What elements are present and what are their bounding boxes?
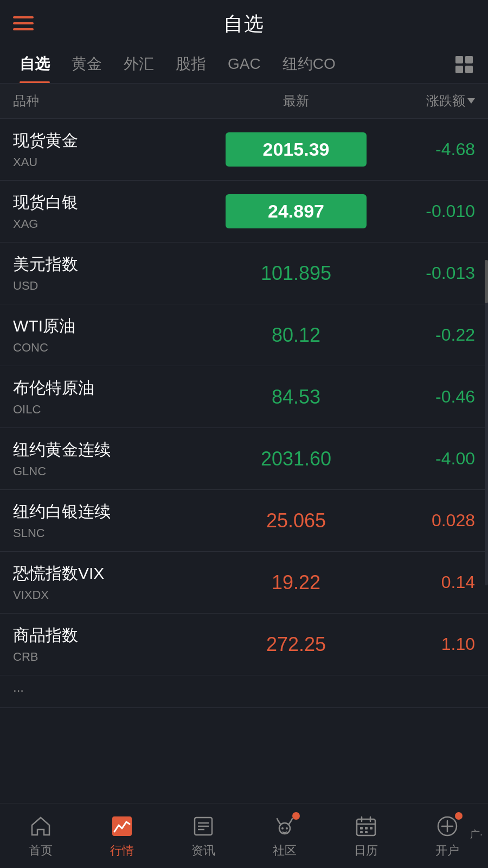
row-name-area: WTI原油 CONC — [13, 315, 226, 355]
row-name-en: XAU — [13, 155, 226, 169]
bottom-nav: 首页 行情 资讯 — [0, 803, 488, 868]
row-name-en: USD — [13, 279, 226, 293]
row-price: 2015.39 — [226, 132, 367, 167]
tab-guzhi[interactable]: 股指 — [165, 46, 217, 83]
table-row[interactable]: 现货白银 XAG 24.897 -0.010 — [0, 181, 488, 242]
row-name-cn: 现货黄金 — [13, 130, 226, 152]
row-change: -0.22 — [367, 325, 475, 345]
row-name-en: XAG — [13, 217, 226, 231]
row-change: -0.013 — [367, 263, 475, 283]
row-change: -4.68 — [367, 139, 475, 159]
row-name-en: CONC — [13, 341, 226, 355]
table-row[interactable]: 商品指数 CRB 272.25 1.10 — [0, 614, 488, 675]
row-name-cn: 布伦特原油 — [13, 377, 226, 399]
svg-rect-23 — [360, 831, 363, 833]
main-content: 自选 黄金 外汇 股指 GAC 纽约CO 品种 最新 涨跌额 — [0, 46, 488, 778]
row-name-area: 恐慌指数VIX VIXDX — [13, 563, 226, 602]
nav-label-home: 首页 — [29, 843, 53, 859]
row-name-cn: 纽约白银连续 — [13, 501, 226, 523]
tab-huangjin[interactable]: 黄金 — [61, 46, 113, 83]
nav-item-calendar[interactable]: 日历 — [339, 813, 393, 859]
row-price: 25.065 — [226, 509, 367, 532]
home-icon — [28, 813, 54, 839]
svg-point-14 — [281, 827, 284, 829]
header: 自选 — [0, 0, 488, 46]
row-name-cn: 美元指数 — [13, 253, 226, 276]
row-name-cn: 商品指数 — [13, 624, 226, 647]
menu-icon[interactable] — [13, 12, 34, 34]
row-price: 24.897 — [226, 194, 367, 228]
nav-item-open[interactable]: 开户 — [420, 813, 474, 859]
tab-niuyueco[interactable]: 纽约CO — [272, 46, 346, 83]
row-name-cn: ··· — [13, 682, 475, 698]
table-row[interactable]: ··· — [0, 675, 488, 708]
col-price-header: 最新 — [226, 92, 367, 110]
table-row[interactable]: 纽约白银连续 SLNC 25.065 0.028 — [0, 490, 488, 552]
row-name-area: 商品指数 CRB — [13, 624, 226, 664]
calendar-icon — [353, 813, 379, 839]
row-name-cn: 纽约黄金连续 — [13, 439, 226, 461]
tab-zixuan[interactable]: 自选 — [9, 46, 61, 83]
svg-rect-21 — [365, 827, 368, 829]
nav-label-news: 资讯 — [191, 843, 215, 859]
nav-item-market[interactable]: 行情 — [95, 813, 149, 859]
row-name-en: SLNC — [13, 526, 226, 540]
col-name-header: 品种 — [13, 92, 226, 110]
nav-item-home[interactable]: 首页 — [14, 813, 68, 859]
row-name-en: OILC — [13, 403, 226, 417]
row-name-cn: 恐慌指数VIX — [13, 563, 226, 585]
row-name-cn: 现货白银 — [13, 192, 226, 214]
tabs-container: 自选 黄金 外汇 股指 GAC 纽约CO — [0, 46, 488, 84]
table-row[interactable]: 现货黄金 XAU 2015.39 -4.68 — [0, 119, 488, 181]
row-price: 84.53 — [226, 386, 367, 409]
open-account-icon — [434, 813, 460, 839]
nav-label-open: 开户 — [435, 843, 459, 859]
tab-waihui[interactable]: 外汇 — [113, 46, 165, 83]
table-row[interactable]: 恐慌指数VIX VIXDX 19.22 0.14 — [0, 552, 488, 614]
svg-rect-0 — [455, 56, 463, 63]
row-price: 272.25 — [226, 633, 367, 656]
svg-line-13 — [291, 819, 292, 821]
news-icon — [190, 813, 216, 839]
row-name-area: 美元指数 USD — [13, 253, 226, 293]
svg-line-12 — [277, 819, 278, 821]
row-name-en: VIXDX — [13, 588, 226, 602]
notification-dot — [292, 812, 300, 820]
nav-label-market: 行情 — [110, 843, 134, 859]
row-name-area: 布伦特原油 OILC — [13, 377, 226, 417]
nav-item-news[interactable]: 资讯 — [176, 813, 230, 859]
table-row[interactable]: 布伦特原油 OILC 84.53 -0.46 — [0, 366, 488, 428]
row-name-area: 现货黄金 XAU — [13, 130, 226, 169]
svg-rect-4 — [112, 816, 132, 836]
row-change: -0.010 — [367, 201, 475, 221]
row-price: 2031.60 — [226, 448, 367, 470]
bull-icon — [272, 813, 298, 839]
nav-item-community[interactable]: 社区 — [258, 813, 312, 859]
nav-label-community: 社区 — [273, 843, 297, 859]
row-change: -0.46 — [367, 387, 475, 407]
table-row[interactable]: WTI原油 CONC 80.12 -0.22 — [0, 304, 488, 366]
nav-label-calendar: 日历 — [354, 843, 378, 859]
row-name-area: ··· — [13, 682, 475, 701]
row-change: 0.14 — [367, 572, 475, 592]
row-price: 101.895 — [226, 262, 367, 285]
chart-icon — [109, 813, 135, 839]
svg-rect-1 — [465, 56, 473, 63]
grid-view-button[interactable] — [449, 49, 479, 80]
row-name-area: 纽约白银连续 SLNC — [13, 501, 226, 540]
row-name-cn: WTI原油 — [13, 315, 226, 337]
svg-rect-3 — [465, 66, 473, 73]
row-change: 1.10 — [367, 634, 475, 654]
row-change: -4.00 — [367, 449, 475, 469]
market-list: 现货黄金 XAU 2015.39 -4.68 现货白银 XAG 24.897 -… — [0, 119, 488, 708]
page-title: 自选 — [223, 11, 265, 37]
row-price: 19.22 — [226, 571, 367, 594]
svg-rect-20 — [360, 827, 363, 829]
tab-gac[interactable]: GAC — [217, 48, 272, 81]
table-row[interactable]: 纽约黄金连续 GLNC 2031.60 -4.00 — [0, 428, 488, 490]
svg-rect-24 — [365, 831, 368, 833]
table-row[interactable]: 美元指数 USD 101.895 -0.013 — [0, 242, 488, 304]
row-name-area: 纽约黄金连续 GLNC — [13, 439, 226, 478]
svg-rect-2 — [455, 66, 463, 73]
table-header: 品种 最新 涨跌额 — [0, 84, 488, 119]
